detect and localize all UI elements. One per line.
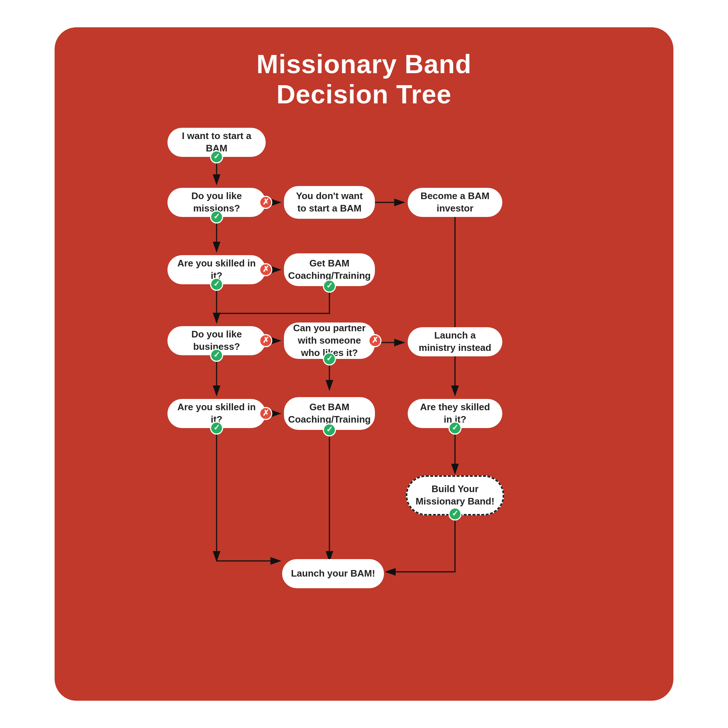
coaching2-yes-badge: ✓ <box>323 423 336 436</box>
node-q3: Do you like business? ✓ ✗ <box>167 326 266 355</box>
skilled-yes-badge: ✓ <box>448 422 462 434</box>
partner-yes-badge: ✓ <box>323 352 336 366</box>
node-skilled: Are they skilled in it? ✓ <box>408 399 502 428</box>
q2-no-badge: ✗ <box>259 263 272 276</box>
node-partner: Can you partner with someone who likes i… <box>284 323 375 359</box>
main-card: Missionary BandDecision Tree <box>55 27 673 701</box>
q1-no-badge: ✗ <box>259 196 272 209</box>
node-no-bam: You don't want to start a BAM <box>284 186 375 219</box>
node-coaching1: Get BAM Coaching/Training ✓ <box>284 253 375 286</box>
node-ministry: Launch a ministry instead <box>408 327 502 356</box>
node-q4: Are you skilled in it? ✓ ✗ <box>167 399 266 428</box>
start-yes-badge: ✓ <box>210 150 223 164</box>
q1-yes-badge: ✓ <box>210 210 223 223</box>
node-investor: Become a BAM investor <box>408 188 502 217</box>
diagram: I want to start a BAM ✓ Do you like miss… <box>109 128 619 679</box>
node-q2: Are you skilled in it? ✓ ✗ <box>167 255 266 284</box>
node-coaching2: Get BAM Coaching/Training ✓ <box>284 397 375 430</box>
q3-yes-badge: ✓ <box>210 349 223 362</box>
q4-yes-badge: ✓ <box>210 422 223 434</box>
node-start: I want to start a BAM ✓ <box>167 128 266 157</box>
node-build: Build Your Missionary Band! ✓ <box>406 476 504 515</box>
page-title: Missionary BandDecision Tree <box>256 49 471 110</box>
q4-no-badge: ✗ <box>259 407 272 420</box>
coaching1-yes-badge: ✓ <box>323 280 336 293</box>
build-yes-badge: ✓ <box>448 508 462 520</box>
q2-yes-badge: ✓ <box>210 278 223 291</box>
node-launch: Launch your BAM! <box>282 559 384 588</box>
q3-no-badge: ✗ <box>259 334 272 347</box>
partner-no-badge: ✗ <box>369 334 381 347</box>
node-q1: Do you like missions? ✓ ✗ <box>167 188 266 217</box>
